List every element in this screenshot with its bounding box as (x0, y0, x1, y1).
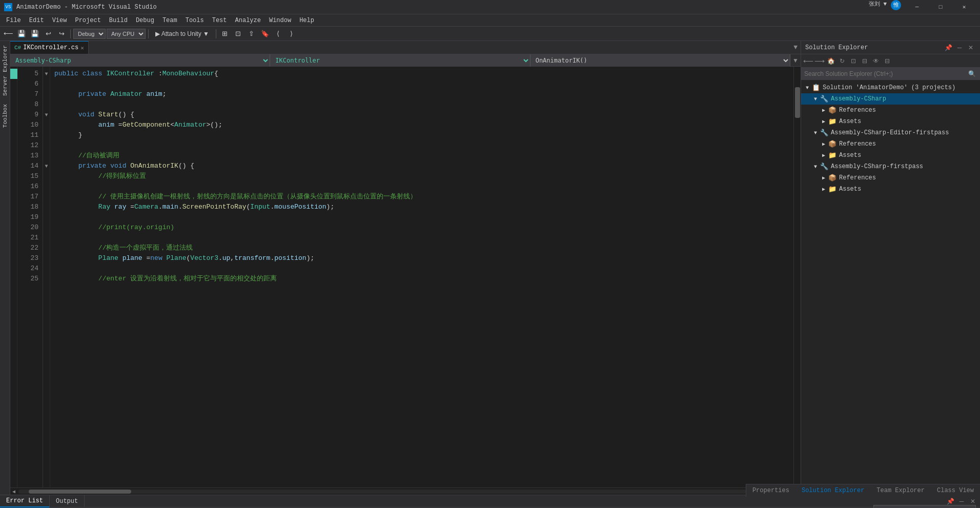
code-line-24 (54, 263, 793, 274)
toolbar-undo[interactable]: ↩ (42, 28, 54, 39)
tree-references-2[interactable]: ▶ 📦 References (801, 138, 980, 150)
se-toolbar-preview[interactable]: 👁 (871, 56, 881, 66)
tab-list-dropdown[interactable]: ▼ (790, 41, 801, 54)
se-collapse-button[interactable]: ─ (954, 43, 965, 53)
output-tab[interactable]: Output (50, 495, 85, 507)
se-search-icon[interactable]: 🔍 (967, 69, 977, 79)
attach-to-unity-button[interactable]: ▶ Attach to Unity ▼ (151, 28, 213, 39)
toolbar-btn-5[interactable]: ⟨ (272, 28, 284, 39)
toolbar-back[interactable]: ⟵ (2, 28, 14, 39)
h-scroll-thumb[interactable] (29, 490, 131, 494)
server-explorer-tab[interactable]: Server Explorer (0, 41, 10, 100)
horizontal-scrollbar[interactable]: ◀ ▶ (10, 487, 801, 495)
vertical-scrollbar[interactable] (793, 67, 801, 487)
toolbox-tab[interactable]: Toolbox (0, 100, 10, 132)
se-toolbar-filter[interactable]: ⊟ (860, 56, 870, 66)
tree-references-1[interactable]: ▶ 📦 References (801, 105, 980, 116)
bottom-right-tabs: Properties Solution Explorer Team Explor… (746, 484, 980, 497)
error-search-input[interactable] (873, 505, 976, 508)
menu-help[interactable]: Help (295, 14, 318, 27)
code-line-8 (54, 99, 793, 110)
line-num-20: 20 (17, 222, 43, 233)
toolbar-btn-1[interactable]: ⊞ (219, 28, 231, 39)
fold-btn-5[interactable]: ▼ (43, 69, 50, 79)
toolbar-save-all[interactable]: 💾 (29, 28, 41, 39)
debug-config-dropdown[interactable]: Debug (73, 29, 106, 39)
line-num-25: 25 (17, 274, 43, 284)
fold-btn-14[interactable]: ▼ (43, 161, 50, 171)
menu-build[interactable]: Build (105, 14, 132, 27)
assets1-label: Assets (839, 118, 861, 125)
tab-close-button[interactable]: ✕ (80, 45, 84, 51)
line-num-11: 11 (17, 130, 43, 140)
toolbar-redo[interactable]: ↪ (55, 28, 68, 39)
minimize-button[interactable]: ─ (905, 0, 929, 14)
tab-filename: IKController.cs (23, 44, 78, 51)
menu-test[interactable]: Test (208, 14, 231, 27)
code-area[interactable]: 5 6 7 8 9 10 11 12 13 14 15 16 17 18 19 … (10, 67, 801, 487)
menu-view[interactable]: View (48, 14, 71, 27)
se-close-button[interactable]: ✕ (966, 43, 976, 53)
menu-project[interactable]: Project (71, 14, 105, 27)
toolbar-save[interactable]: 💾 (15, 28, 28, 39)
v-scroll-thumb[interactable] (795, 87, 800, 118)
menu-analyze[interactable]: Analyze (231, 14, 265, 27)
close-button[interactable]: ✕ (952, 0, 976, 14)
tab-bar: C# IKController.cs ✕ ▼ (10, 41, 801, 54)
maximize-button[interactable]: □ (929, 0, 952, 14)
nav-expand-button[interactable]: ▼ (790, 54, 801, 67)
se-toolbar-collapse-all[interactable]: ⊟ (882, 56, 892, 66)
project-editor-firstpass[interactable]: ▼ 🔧 Assembly-CSharp-Editor-firstpass (801, 127, 980, 138)
toolbar: ⟵ 💾 💾 ↩ ↪ Debug Any CPU ▶ Attach to Unit… (0, 27, 980, 41)
project-firstpass[interactable]: ▼ 🔧 Assembly-CSharp-firstpass (801, 161, 980, 172)
fold-btn-9[interactable]: ▼ (43, 110, 50, 120)
references3-arrow: ▶ (820, 175, 828, 181)
se-toolbar-btn-2[interactable]: ⟶ (814, 56, 825, 66)
se-toolbar-btn-1[interactable]: ⟵ (803, 56, 813, 66)
namespace-dropdown[interactable]: Assembly-CSharp (10, 54, 270, 67)
tree-assets-3[interactable]: ▶ 📁 Assets (801, 184, 980, 195)
project-assembly-csharp[interactable]: ▼ 🔧 Assembly-CSharp (801, 93, 980, 105)
toolbar-btn-2[interactable]: ⊡ (232, 28, 244, 39)
tree-assets-2[interactable]: ▶ 📁 Assets (801, 150, 980, 161)
se-pin-button[interactable]: 📌 (943, 43, 953, 53)
line-num-9: 9 (17, 110, 43, 120)
code-content[interactable]: public class IKController : MonoBehaviou… (50, 67, 793, 487)
menu-file[interactable]: File (2, 14, 25, 27)
error-list-tab[interactable]: Error List (0, 495, 50, 507)
menu-window[interactable]: Window (265, 14, 295, 27)
solution-explorer-header: Solution Explorer 📌 ─ ✕ (801, 41, 980, 54)
active-tab[interactable]: C# IKController.cs ✕ (10, 41, 89, 54)
se-toolbar-stop[interactable]: ⊡ (848, 56, 859, 66)
assets1-icon: 📁 (828, 117, 837, 126)
tree-assets-1[interactable]: ▶ 📁 Assets (801, 116, 980, 127)
menu-debug[interactable]: Debug (132, 14, 158, 27)
class-view-tab[interactable]: Class View (931, 484, 980, 497)
se-toolbar-home[interactable]: 🏠 (826, 56, 836, 66)
menu-edit[interactable]: Edit (25, 14, 48, 27)
solution-root[interactable]: ▼ 📋 Solution 'AnimatorDemo' (3 projects) (801, 82, 980, 93)
tree-references-3[interactable]: ▶ 📦 References (801, 172, 980, 184)
se-toolbar-refresh[interactable]: ↻ (837, 56, 847, 66)
user-label: 张刘 ▼ (865, 0, 891, 14)
h-scroll-left[interactable]: ◀ (10, 489, 17, 495)
toolbar-btn-6[interactable]: ⟩ (285, 28, 298, 39)
line-num-19: 19 (17, 212, 43, 222)
project2-label: Assembly-CSharp-Editor-firstpass (831, 129, 949, 136)
solution-label: Solution 'AnimatorDemo' (3 projects) (823, 84, 955, 91)
solution-explorer-bottom-tab[interactable]: Solution Explorer (795, 484, 870, 497)
team-explorer-tab[interactable]: Team Explorer (870, 484, 931, 497)
class-dropdown[interactable]: IKController (270, 54, 530, 67)
toolbar-btn-3[interactable]: ⇧ (246, 28, 258, 39)
toolbar-btn-4[interactable]: 🔖 (259, 28, 271, 39)
method-dropdown[interactable]: OnAnimatorIK() (530, 54, 790, 67)
properties-tab[interactable]: Properties (746, 484, 795, 497)
menu-tools[interactable]: Tools (181, 14, 208, 27)
se-search-input[interactable] (804, 70, 967, 77)
tab-file-icon: C# (14, 45, 21, 51)
platform-dropdown[interactable]: Any CPU (107, 29, 146, 39)
gutter-bookmarks (10, 67, 17, 487)
solution-arrow: ▼ (803, 85, 811, 91)
line-num-15: 15 (17, 171, 43, 181)
menu-team[interactable]: Team (158, 14, 181, 27)
